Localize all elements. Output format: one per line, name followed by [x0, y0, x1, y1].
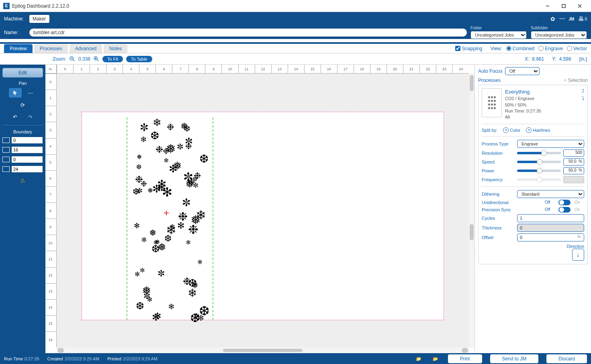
- process-type-line: CO2 / Engrave: [505, 96, 579, 102]
- resolution-value[interactable]: 500: [563, 149, 584, 157]
- process-type-label: Process Type: [482, 141, 515, 146]
- view-combined[interactable]: Combined: [506, 46, 535, 51]
- machine-label: Machine:: [4, 16, 26, 22]
- processes-title: Processes: [478, 78, 501, 83]
- process-sp-line: 50% / 50%: [505, 102, 579, 108]
- process-all-line: All: [505, 114, 579, 120]
- export-icon[interactable]: ⤴: [582, 88, 584, 94]
- zoom-label: Zoom:: [53, 56, 66, 62]
- x-label: X:: [525, 56, 529, 62]
- unidir-on: On: [575, 200, 584, 204]
- subfolder-label: Subfolder: [531, 26, 587, 30]
- dithering-select[interactable]: Standard: [517, 190, 584, 198]
- boundary-label: Boundary: [13, 129, 32, 134]
- name-label: Name:: [4, 30, 26, 35]
- resolution-label: Resolution: [482, 151, 515, 155]
- power-slider[interactable]: [517, 170, 561, 172]
- snapping-toggle[interactable]: Snapping: [455, 46, 483, 51]
- process-type-select[interactable]: Engrave: [517, 140, 584, 148]
- header-toolbar: ✿ 〰 JM 🖶 0: [550, 16, 587, 22]
- boundary-left-input[interactable]: [11, 146, 43, 153]
- send-to-jm-button[interactable]: Send to JM: [490, 354, 539, 363]
- pointer-tool[interactable]: [9, 88, 22, 98]
- cycles-input[interactable]: [517, 214, 584, 222]
- printed-value: 2/2/2023 9:29 AM: [123, 356, 157, 361]
- zoom-to-table-button[interactable]: To Table: [126, 56, 152, 62]
- tab-advanced[interactable]: Advanced: [70, 44, 102, 53]
- import-icon[interactable]: ⤵: [582, 96, 584, 101]
- precision-sync-label: Precision Sync: [482, 207, 519, 212]
- jm-icon[interactable]: JM: [569, 17, 575, 21]
- discard-button[interactable]: Discard: [546, 354, 587, 363]
- undo-tool[interactable]: ↶: [9, 112, 22, 122]
- zoom-to-fit-button[interactable]: To Fit: [102, 56, 123, 62]
- offset-input[interactable]: [517, 233, 584, 241]
- maximize-button[interactable]: [556, 0, 572, 12]
- speed-slider[interactable]: [517, 161, 561, 163]
- unidirectional-toggle[interactable]: [558, 200, 571, 205]
- offset-unit: in.: [577, 234, 582, 239]
- folder-in-icon[interactable]: 📁: [414, 356, 423, 362]
- boundary-left-icon: [2, 147, 10, 153]
- dithering-label: Dithering: [482, 192, 515, 196]
- refresh-tool[interactable]: ⟳: [16, 100, 29, 110]
- precision-sync-toggle[interactable]: [558, 207, 571, 213]
- process-name[interactable]: Everything: [505, 88, 579, 96]
- activity-icon[interactable]: 〰: [559, 16, 565, 22]
- zoom-out-icon[interactable]: [70, 56, 75, 62]
- split-hairlines-button[interactable]: +Hairlines: [526, 127, 550, 133]
- printer-icon[interactable]: 🖶 0: [578, 16, 587, 22]
- boundary-top-input[interactable]: [11, 137, 43, 144]
- machine-select[interactable]: Maker: [29, 14, 50, 23]
- power-value[interactable]: 50.0 %: [563, 167, 584, 174]
- center-cursor: [164, 211, 169, 215]
- autofocus-select[interactable]: Off: [505, 67, 540, 75]
- name-input[interactable]: [29, 28, 467, 37]
- view-vector[interactable]: Vector: [567, 46, 587, 51]
- tab-notes[interactable]: Notes: [104, 44, 127, 53]
- warning-icon: ⚠: [20, 177, 25, 184]
- scrollbar-vertical[interactable]: [469, 74, 474, 348]
- scroll-left-icon[interactable]: [57, 348, 64, 353]
- split-color-button[interactable]: +Color: [503, 127, 520, 133]
- folder-select[interactable]: Uncategorized Jobs: [470, 31, 527, 39]
- unidir-off: Off: [545, 200, 554, 204]
- scrollbar-horizontal[interactable]: [57, 348, 469, 353]
- process-card: ❄❄❄❄❄❄❄❄❄❄❄❄ Everything CO2 / Engrave 50…: [478, 85, 588, 264]
- tab-preview[interactable]: Preview: [4, 44, 33, 53]
- print-button[interactable]: Print: [448, 354, 482, 363]
- scroll-right-icon[interactable]: [462, 348, 468, 353]
- speed-label: Speed: [482, 160, 515, 164]
- app-title: Epilog Dashboard 2.2.12.0: [12, 3, 540, 9]
- artwork: ❄❅❆✻✼❉❄❅❆✻✼❉❄❅❆✻✼❉❄❅❆✻✼❉❄❅❆✻✼❉❄❅❆✻✼❉❄❅❆✻…: [131, 112, 209, 325]
- ruler-horizontal: 0123456789101112131415161718192021222324: [57, 65, 469, 74]
- speed-value[interactable]: 50.0 %: [563, 158, 584, 166]
- minimize-button[interactable]: [540, 0, 556, 12]
- zoom-in-icon[interactable]: [94, 56, 99, 62]
- tab-processes[interactable]: Processes: [34, 44, 68, 53]
- created-value: 2/2/2023 9:29 AM: [65, 356, 99, 361]
- edit-button[interactable]: Edit: [2, 68, 43, 78]
- svg-line-5: [73, 59, 75, 61]
- direction-button[interactable]: ⭭: [572, 249, 584, 261]
- folder-out-icon[interactable]: 📂: [431, 356, 440, 362]
- boundary-bottom-input[interactable]: [11, 166, 43, 173]
- resolution-slider[interactable]: [517, 152, 561, 154]
- subfolder-select[interactable]: Uncategorized Jobs: [531, 31, 587, 39]
- frequency-value: [563, 176, 584, 183]
- canvas[interactable]: ❄❅❆✻✼❉❄❅❆✻✼❉❄❅❆✻✼❉❄❅❆✻✼❉❄❅❆✻✼❉❄❅❆✻✼❉❄❅❆✻…: [57, 74, 469, 348]
- cycles-label: Cycles: [482, 216, 515, 221]
- boundary-right-input[interactable]: [11, 156, 43, 163]
- direction-label: Direction: [482, 244, 584, 249]
- canvas-area[interactable]: in. 012345678910111213141516171819202122…: [45, 65, 474, 353]
- pan-tool[interactable]: ⋯: [24, 88, 37, 98]
- settings-icon[interactable]: ✿: [550, 16, 555, 22]
- redo-tool[interactable]: ↷: [24, 112, 37, 122]
- close-button[interactable]: [572, 0, 588, 12]
- view-engrave[interactable]: Engrave: [538, 46, 563, 51]
- boundary-bottom-icon: [2, 166, 10, 172]
- printed-label: Printed: [107, 356, 121, 361]
- selection-link[interactable]: +Selection: [564, 78, 588, 83]
- thickness-label: Thickness: [482, 225, 515, 230]
- footer: Run Time 0:27:35 Created 2/2/2023 9:29 A…: [0, 353, 591, 364]
